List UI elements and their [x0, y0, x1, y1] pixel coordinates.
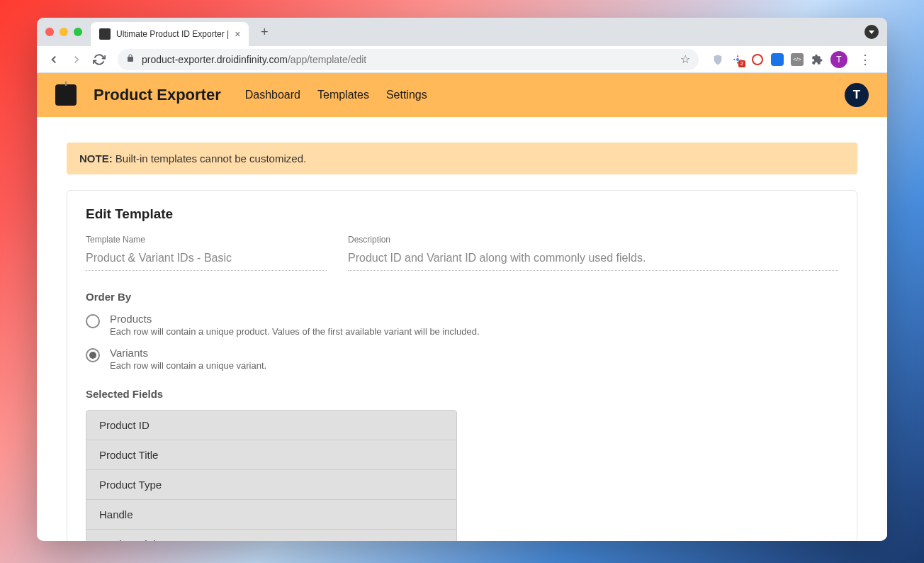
template-name-input[interactable] — [86, 249, 327, 271]
shield-extension-icon[interactable] — [711, 53, 724, 66]
radio-variants-title: Variants — [110, 347, 838, 359]
edit-template-card: Edit Template Template Name Description … — [67, 190, 857, 541]
note-label: NOTE: — [79, 152, 113, 165]
browser-tab[interactable]: Ultimate Product ID Exporter | × — [91, 22, 249, 46]
nav-settings[interactable]: Settings — [386, 89, 427, 101]
tab-title: Ultimate Product ID Exporter | — [116, 29, 229, 39]
field-item[interactable]: Product Link — [86, 530, 456, 541]
tab-close-button[interactable]: × — [235, 28, 240, 40]
app-logo-icon — [55, 84, 77, 106]
radio-products-desc: Each row will contain a unique product. … — [110, 326, 838, 337]
note-text: Built-in templates cannot be customized. — [113, 152, 306, 165]
nav-dashboard[interactable]: Dashboard — [245, 89, 300, 101]
radio-variants[interactable]: Variants Each row will contain a unique … — [86, 347, 838, 371]
browser-tabbar: Ultimate Product ID Exporter | × + — [37, 18, 887, 46]
note-banner: NOTE: Built-in templates cannot be custo… — [67, 143, 857, 174]
video-extension-icon[interactable] — [771, 53, 784, 66]
traffic-lights — [45, 28, 82, 36]
order-by-label: Order By — [86, 291, 838, 303]
field-item[interactable]: Product Title — [86, 440, 456, 470]
colorful-extension-icon[interactable]: 2 — [731, 53, 744, 66]
order-by-radio-group: Products Each row will contain a unique … — [86, 313, 838, 371]
field-item[interactable]: Product ID — [86, 411, 456, 440]
extension-badge: 2 — [738, 60, 745, 67]
tab-favicon — [99, 28, 111, 40]
tabbar-dropdown[interactable] — [864, 25, 879, 39]
radio-circle-variants — [86, 348, 100, 362]
template-name-field: Template Name — [86, 235, 327, 271]
radio-products[interactable]: Products Each row will contain a unique … — [86, 313, 838, 337]
field-row: Template Name Description — [86, 235, 838, 271]
card-title: Edit Template — [86, 206, 838, 222]
app-title: Product Exporter — [94, 86, 221, 104]
main-area: NOTE: Built-in templates cannot be custo… — [37, 117, 887, 541]
description-field: Description — [348, 235, 838, 271]
browser-window: Ultimate Product ID Exporter | × + produ… — [37, 18, 887, 541]
app-header: Product Exporter Dashboard Templates Set… — [37, 73, 887, 117]
nav-links: Dashboard Templates Settings — [245, 89, 427, 101]
chrome-profile-avatar[interactable]: T — [830, 51, 847, 68]
field-item[interactable]: Product Type — [86, 470, 456, 500]
back-button[interactable] — [44, 50, 64, 69]
address-bar[interactable]: product-exporter.droidinfinity.com/app/t… — [118, 49, 699, 70]
app-content: Product Exporter Dashboard Templates Set… — [37, 73, 887, 541]
chrome-menu-button[interactable]: ⋮ — [855, 52, 876, 67]
radio-variants-desc: Each row will contain a unique variant. — [110, 360, 838, 371]
extensions-menu-icon[interactable] — [811, 53, 823, 66]
url-text: product-exporter.droidinfinity.com/app/t… — [142, 54, 673, 65]
window-close-button[interactable] — [45, 28, 54, 36]
selected-fields-label: Selected Fields — [86, 388, 838, 400]
extension-icons: 2 </> T ⋮ — [707, 51, 880, 68]
lock-icon — [126, 54, 135, 65]
reload-button[interactable] — [89, 50, 109, 69]
user-avatar[interactable]: T — [845, 83, 869, 107]
devtools-extension-icon[interactable]: </> — [791, 53, 804, 66]
description-input[interactable] — [348, 249, 838, 271]
radio-products-title: Products — [110, 313, 838, 325]
window-maximize-button[interactable] — [74, 28, 82, 36]
template-name-label: Template Name — [86, 235, 327, 245]
window-minimize-button[interactable] — [60, 28, 68, 36]
radio-circle-products — [86, 314, 100, 328]
browser-toolbar: product-exporter.droidinfinity.com/app/t… — [37, 46, 887, 73]
bookmark-star-icon[interactable]: ☆ — [680, 52, 690, 66]
selected-fields-list: Product ID Product Title Product Type Ha… — [86, 410, 457, 541]
forward-button[interactable] — [67, 50, 86, 69]
field-item[interactable]: Handle — [86, 500, 456, 530]
blocker-extension-icon[interactable] — [751, 53, 764, 66]
description-label: Description — [348, 235, 838, 245]
nav-templates[interactable]: Templates — [317, 89, 369, 101]
new-tab-button[interactable]: + — [254, 22, 274, 42]
